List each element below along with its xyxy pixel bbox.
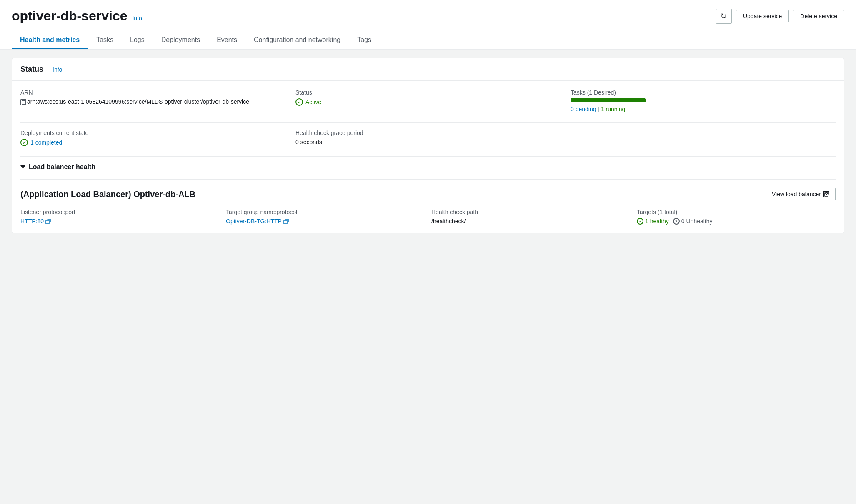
listener-field: Listener protocol:port HTTP:80 bbox=[20, 209, 219, 225]
tab-navigation: Health and metrics Tasks Logs Deployment… bbox=[12, 32, 844, 49]
refresh-icon: ↻ bbox=[721, 12, 727, 21]
tab-events[interactable]: Events bbox=[208, 32, 245, 49]
listener-ext-icon bbox=[45, 219, 51, 224]
tg-label: Target group name:protocol bbox=[226, 209, 425, 215]
tasks-counts: 0 pending | 1 running bbox=[571, 106, 836, 112]
deployments-label: Deployments current state bbox=[20, 130, 285, 136]
arn-value: arn:aws:ecs:us-east-1:058264109996:servi… bbox=[20, 98, 285, 105]
health-check-label: Health check path bbox=[431, 209, 630, 215]
status-value: Active bbox=[295, 98, 561, 106]
tg-field: Target group name:protocol Optiver-DB-TG… bbox=[226, 209, 425, 225]
tg-value[interactable]: Optiver-DB-TG:HTTP bbox=[226, 218, 425, 225]
listener-value[interactable]: HTTP:80 bbox=[20, 218, 219, 225]
targets-healthy: 1 healthy bbox=[637, 218, 669, 225]
status-info-link[interactable]: Info bbox=[53, 66, 62, 73]
deployments-check-icon bbox=[20, 139, 28, 146]
page-title: optiver-db-service bbox=[12, 8, 127, 24]
copy-arn-icon[interactable] bbox=[20, 99, 26, 105]
header-info-link[interactable]: Info bbox=[132, 15, 142, 22]
refresh-button[interactable]: ↻ bbox=[716, 9, 732, 24]
tasks-pending: 0 pending bbox=[571, 106, 596, 112]
tab-health-metrics[interactable]: Health and metrics bbox=[12, 32, 88, 49]
view-lb-label: View load balancer bbox=[772, 191, 821, 197]
tasks-progress-fill bbox=[571, 98, 646, 102]
svg-rect-1 bbox=[284, 220, 287, 224]
deployments-field: Deployments current state 1 completed bbox=[20, 130, 285, 146]
deployments-link[interactable]: 1 completed bbox=[30, 139, 62, 146]
tasks-progress-bar bbox=[571, 98, 646, 102]
alb-fields: Listener protocol:port HTTP:80 bbox=[20, 209, 836, 225]
targets-unhealthy: 0 Unhealthy bbox=[673, 218, 713, 225]
health-check-field: Health check path /healthcheck/ bbox=[431, 209, 630, 225]
targets-unhealthy-icon bbox=[673, 218, 680, 225]
alb-section: (Application Load Balancer) Optiver-db-A… bbox=[20, 179, 836, 225]
status-label: Status bbox=[295, 89, 561, 96]
targets-healthy-icon bbox=[637, 218, 643, 225]
update-service-button[interactable]: Update service bbox=[736, 10, 789, 22]
listener-label: Listener protocol:port bbox=[20, 209, 219, 215]
tg-ext-icon bbox=[283, 219, 289, 224]
tab-deployments[interactable]: Deployments bbox=[153, 32, 208, 49]
alb-title: (Application Load Balancer) Optiver-db-A… bbox=[20, 190, 195, 199]
header-actions: ↻ Update service Delete service bbox=[716, 9, 844, 24]
health-grace-field: Health check grace period 0 seconds bbox=[295, 130, 561, 146]
tasks-label: Tasks (1 Desired) bbox=[571, 89, 836, 96]
targets-label: Targets (1 total) bbox=[637, 209, 836, 215]
targets-value: 1 healthy 0 Unhealthy bbox=[637, 218, 836, 225]
tab-logs[interactable]: Logs bbox=[122, 32, 153, 49]
status-field: Status Active bbox=[295, 89, 561, 112]
tab-tasks[interactable]: Tasks bbox=[88, 32, 122, 49]
targets-field: Targets (1 total) 1 healthy 0 Unhealthy bbox=[637, 209, 836, 225]
status-card: Status Info ARN arn:aws:ecs:us-east-1:05… bbox=[12, 58, 844, 233]
status-card-title: Status bbox=[20, 65, 43, 74]
deployments-value: 1 completed bbox=[20, 139, 285, 146]
tab-config-networking[interactable]: Configuration and networking bbox=[245, 32, 349, 49]
arn-label: ARN bbox=[20, 89, 285, 96]
svg-rect-0 bbox=[46, 220, 49, 224]
view-lb-external-icon bbox=[823, 191, 829, 197]
health-grace-label: Health check grace period bbox=[295, 130, 561, 136]
delete-service-button[interactable]: Delete service bbox=[793, 10, 844, 22]
view-load-balancer-button[interactable]: View load balancer bbox=[766, 188, 836, 200]
arn-field: ARN arn:aws:ecs:us-east-1:058264109996:s… bbox=[20, 89, 285, 112]
active-check-icon bbox=[295, 98, 303, 106]
lb-section-label: Load balancer health bbox=[29, 163, 95, 171]
tasks-field: Tasks (1 Desired) 0 pending | 1 running bbox=[571, 89, 836, 112]
tasks-running: 1 running bbox=[601, 106, 625, 112]
lb-health-toggle[interactable]: Load balancer health bbox=[20, 163, 836, 171]
health-grace-value: 0 seconds bbox=[295, 139, 561, 145]
tab-tags[interactable]: Tags bbox=[349, 32, 380, 49]
lb-toggle-icon bbox=[20, 165, 25, 169]
health-check-value: /healthcheck/ bbox=[431, 218, 630, 225]
